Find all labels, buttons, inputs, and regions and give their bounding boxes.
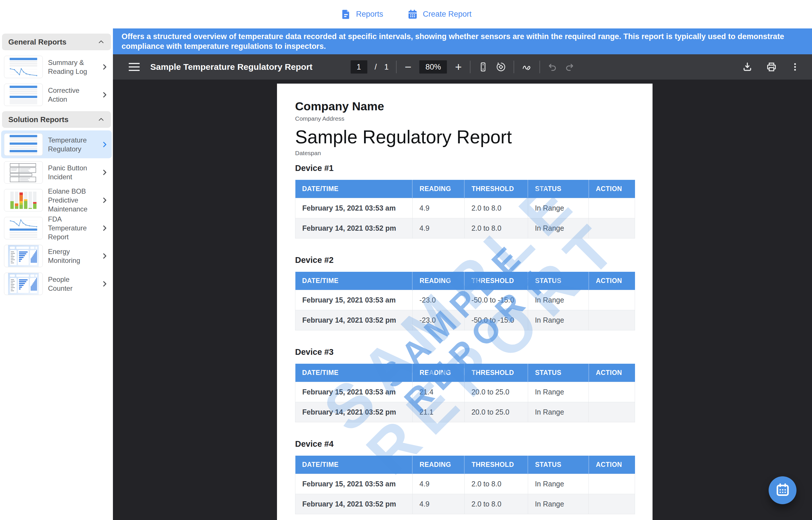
sidebar-item-summary-reading-log[interactable]: Summary & Reading Log (1, 53, 112, 81)
table-cell: February 14, 2021 03:52 pm (295, 402, 413, 422)
table-cell: In Range (528, 474, 589, 494)
sidebar-item-label: Summary & Reading Log (48, 58, 96, 76)
chevron-right-icon (101, 63, 108, 71)
section-title: General Reports (8, 37, 67, 47)
table-cell: 4.9 (412, 494, 464, 514)
table-cell: -50.0 to -15.0 (464, 290, 528, 310)
column-header-status: STATUS (528, 180, 589, 198)
table-header-row: DATE/TIMEREADINGTHRESHOLDSTATUSACTION (295, 180, 635, 198)
rotate-icon[interactable] (496, 62, 506, 72)
sidebar-item-label: Panic Button Incident (48, 163, 96, 181)
sidebar-item-corrective-action[interactable]: Corrective Action (1, 81, 112, 109)
zoom-level[interactable]: 80% (419, 60, 447, 74)
column-header-date-time: DATE/TIME (295, 272, 413, 290)
toolbar-divider (470, 61, 470, 73)
table-cell: -50.0 to -15.0 (464, 310, 528, 330)
column-header-reading: READING (412, 364, 464, 382)
undo-icon[interactable] (547, 62, 557, 72)
sidebar-item-label: FDA Temperature Report (48, 215, 96, 241)
table-cell (589, 402, 635, 422)
tab-create-report-label: Create Report (423, 10, 472, 19)
sidebar-item-temperature-regulatory[interactable]: Temperature Regulatory (1, 130, 112, 158)
section-title: Solution Reports (8, 115, 69, 124)
hamburger-menu-icon[interactable] (129, 63, 140, 71)
table-cell (589, 494, 635, 514)
toolbar-divider (539, 61, 540, 73)
column-header-action: ACTION (589, 456, 635, 474)
table-cell: February 14, 2021 03:52 pm (295, 494, 413, 514)
chevron-right-icon (101, 224, 108, 232)
report-page: Company Name Company Address Sample Regu… (277, 84, 653, 520)
column-header-action: ACTION (589, 272, 635, 290)
table-cell: In Range (528, 382, 589, 402)
column-header-status: STATUS (528, 364, 589, 382)
table-cell: In Range (528, 494, 589, 514)
ink-annotate-icon[interactable] (522, 62, 532, 72)
table-row: February 15, 2021 03:53 am-23.0-50.0 to … (295, 290, 635, 310)
table-header-row: DATE/TIMEREADINGTHRESHOLDSTATUSACTION (295, 456, 635, 474)
device-section-4: Device #4DATE/TIMEREADINGTHRESHOLDSTATUS… (295, 439, 635, 514)
sidebar-item-label: Temperature Regulatory (48, 136, 96, 153)
table-cell: February 15, 2021 03:53 am (295, 474, 413, 494)
redo-icon[interactable] (565, 62, 574, 72)
sidebar-item-label: People Counter (48, 275, 96, 293)
viewer-controls: 1 / 1 − 80% + (350, 60, 574, 74)
sidebar-item-panic-button-incident[interactable]: Panic Button Incident (1, 158, 112, 186)
table-report-thumbnail (4, 84, 43, 106)
chevron-right-icon (101, 252, 108, 260)
column-header-threshold: THRESHOLD (464, 180, 528, 198)
viewer-title: Sample Temperature Regulatory Report (150, 62, 313, 72)
create-report-calendar-icon (407, 9, 418, 20)
zoom-out-button[interactable]: − (404, 61, 412, 73)
print-icon[interactable] (766, 61, 777, 72)
table-cell (589, 382, 635, 402)
sidebar-item-fda-temperature-report[interactable]: FDA Temperature Report (1, 214, 112, 242)
viewer-toolbar: Sample Temperature Regulatory Report 1 /… (113, 54, 812, 80)
column-header-date-time: DATE/TIME (295, 364, 413, 382)
table-cell: In Range (528, 218, 589, 238)
table-cell: 2.0 to 8.0 (464, 494, 528, 514)
chevron-right-icon (101, 141, 108, 148)
table-cell: 21.4 (412, 382, 464, 402)
tab-create-report[interactable]: Create Report (407, 9, 472, 20)
table-cell: 2.0 to 8.0 (464, 474, 528, 494)
section-header-solution-reports[interactable]: Solution Reports (2, 111, 111, 128)
toolbar-divider (396, 61, 396, 73)
chevron-right-icon (101, 280, 108, 288)
zoom-in-button[interactable]: + (454, 61, 462, 73)
table-cell: In Range (528, 198, 589, 218)
sidebar: General ReportsSummary & Reading LogCorr… (0, 28, 113, 520)
company-name: Company Name (295, 99, 635, 113)
sidebar-item-energy-monitoring[interactable]: Energy Monitoring (1, 242, 112, 270)
calendar-fab-button[interactable] (768, 476, 796, 504)
table-header-row: DATE/TIMEREADINGTHRESHOLDSTATUSACTION (295, 364, 635, 382)
report-viewer: Offers a structured overview of temperat… (113, 28, 812, 520)
table-cell (589, 474, 635, 494)
sidebar-item-eolane-bob-predictive-maintenance[interactable]: Eolane BOB Predictive Maintenance (1, 186, 112, 214)
page-number-input[interactable]: 1 (350, 60, 367, 74)
readings-table: DATE/TIMEREADINGTHRESHOLDSTATUSACTIONFeb… (295, 180, 635, 238)
fit-to-page-icon[interactable] (478, 62, 488, 72)
table-cell: -23.0 (412, 290, 464, 310)
tab-reports[interactable]: Reports (340, 9, 383, 20)
column-header-status: STATUS (528, 456, 589, 474)
table-cell: February 15, 2021 03:53 am (295, 290, 413, 310)
datespan: Datespan (295, 149, 635, 157)
table-cell: 4.9 (412, 474, 464, 494)
table-cell: 20.0 to 25.0 (464, 382, 528, 402)
device-heading: Device #3 (295, 347, 635, 357)
document-area: Company Name Company Address Sample Regu… (113, 79, 812, 520)
form-report-thumbnail (4, 161, 43, 184)
download-icon[interactable] (742, 61, 753, 72)
column-header-threshold: THRESHOLD (464, 364, 528, 382)
table-cell: In Range (528, 402, 589, 422)
column-header-reading: READING (412, 272, 464, 290)
table-cell: February 15, 2021 03:53 am (295, 198, 413, 218)
table-cell (589, 290, 635, 310)
table-cell: 4.9 (412, 218, 464, 238)
sidebar-item-people-counter[interactable]: People Counter (1, 270, 112, 297)
table-cell: 4.9 (412, 198, 464, 218)
toolbar-divider (514, 61, 514, 73)
section-header-general-reports[interactable]: General Reports (2, 34, 111, 50)
kebab-menu-icon[interactable] (790, 62, 800, 72)
